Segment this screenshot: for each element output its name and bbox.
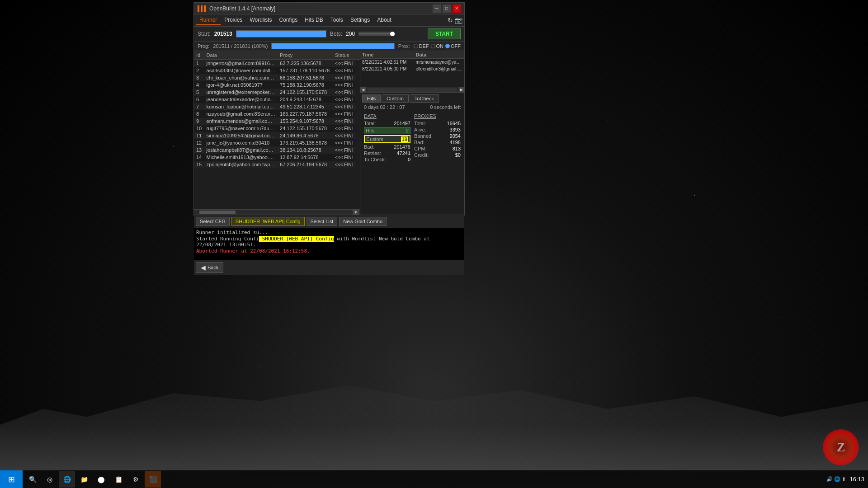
right-scroll-right[interactable]: ▶ bbox=[459, 87, 464, 93]
cell-id: 7 bbox=[194, 103, 204, 110]
action-button-row: Select CFG SHUDDER [WEB API] Config Sele… bbox=[194, 215, 464, 228]
menu-hitsdb[interactable]: Hits DB bbox=[301, 15, 327, 25]
cell-data: jane_jc@yahoo.com:d30410 bbox=[204, 139, 278, 146]
table-action-btn[interactable]: ▼ bbox=[353, 209, 359, 215]
right-scroll-left[interactable]: ◀ bbox=[360, 87, 366, 93]
logo-circle: Z bbox=[823, 429, 859, 465]
menu-settings[interactable]: Settings bbox=[347, 15, 373, 25]
log-area: Runner initialized su... Started Running… bbox=[194, 228, 464, 260]
stat-total: Total: 201497 bbox=[364, 121, 410, 126]
minimize-button[interactable]: ─ bbox=[433, 5, 441, 13]
col-id: Id bbox=[194, 51, 204, 60]
bad-value: 201476 bbox=[394, 144, 410, 150]
taskbar-search[interactable]: 🔍 bbox=[24, 471, 41, 488]
app-window: OpenBullet 1.4.4 [Anomaly] ─ □ ✕ Runner … bbox=[193, 2, 465, 216]
progress-row: Prog: 201511 / 201831 (100%) Prox: DEF O… bbox=[194, 42, 464, 51]
tab-hits[interactable]: Hits bbox=[362, 94, 381, 103]
taskbar-folder[interactable]: 📁 bbox=[76, 471, 92, 488]
proxy-def-radio[interactable] bbox=[414, 44, 418, 48]
bots-slider[interactable] bbox=[359, 32, 395, 36]
cell-proxy: 62.7.225.136:5678 bbox=[278, 60, 333, 67]
proxy-radio-group: DEF ON OFF bbox=[414, 43, 461, 49]
taskbar-app1[interactable]: 📋 bbox=[110, 471, 127, 488]
menu-tools[interactable]: Tools bbox=[327, 15, 347, 25]
table-row: 2 asd3sd33fsf@naver.com:dsflspfh5664 157… bbox=[194, 67, 360, 74]
right-h-scroll[interactable] bbox=[368, 88, 457, 92]
table-row: 4 igor-4@ukr.net:05061977 75.188.32.190:… bbox=[194, 81, 360, 89]
cell-data: unregistered@extremepokertour.netm bbox=[204, 89, 278, 96]
back-arrow-icon: ◀ bbox=[201, 264, 206, 271]
taskbar-cortana[interactable]: ◎ bbox=[42, 471, 58, 488]
close-button[interactable]: ✕ bbox=[453, 5, 461, 13]
start-menu-button[interactable]: ⊞ bbox=[0, 470, 23, 488]
timer-seconds: 0 seconds left bbox=[430, 104, 461, 110]
cell-data: enfmara.mendes@gmail.com:120158 bbox=[204, 117, 278, 125]
new-gold-combo-button[interactable]: New Gold Combo bbox=[339, 217, 387, 226]
h-scroll-thumb[interactable] bbox=[199, 211, 236, 214]
right-log: Time Data 8/22/2021 4:02:51 PM mrsmonapa… bbox=[360, 51, 464, 87]
cell-data: komsan_lopburi@hotmail.com:080977 bbox=[204, 103, 278, 110]
tab-custom[interactable]: Custom bbox=[382, 94, 409, 103]
retries-label: Retries: bbox=[364, 150, 381, 156]
menu-runner[interactable]: Runner bbox=[196, 15, 221, 25]
log-data-header: Data bbox=[414, 51, 464, 59]
taskbar-app2[interactable]: ⚙ bbox=[127, 471, 144, 488]
main-content: Id Data Proxy Status 1 jnhgertos@gmail.c… bbox=[194, 51, 464, 215]
menu-about[interactable]: About bbox=[373, 15, 395, 25]
cell-data: sirinapa10092542@gmail.com:1009195 bbox=[204, 132, 278, 139]
proxy-on-radio[interactable] bbox=[431, 44, 435, 48]
taskbar-openbullet[interactable]: ⬛ bbox=[145, 471, 161, 488]
log-line: Aborted Runner at 22/08/2021 16:12:58. bbox=[196, 248, 462, 254]
table-row: 14 Michelle.smith1913@yahoo.com:austin 1… bbox=[194, 154, 360, 161]
cell-data: igor-4@ukr.net:05061977 bbox=[204, 81, 278, 89]
timer-value: 0 days 02 : 22 : 07 bbox=[364, 104, 405, 110]
refresh-icon[interactable]: ↻ bbox=[448, 17, 453, 24]
data-table: Id Data Proxy Status 1 jnhgertos@gmail.c… bbox=[194, 51, 360, 168]
tocheck-value: 0 bbox=[408, 157, 410, 162]
proxy-banned-value: 9054 bbox=[450, 133, 461, 139]
menu-wordlists[interactable]: Wordlists bbox=[246, 15, 275, 25]
select-list-button[interactable]: Select List bbox=[307, 217, 338, 226]
bottom-scrollbar: ▼ bbox=[194, 209, 360, 215]
cell-data: Michelle.smith1913@yahoo.com:austin bbox=[204, 154, 278, 161]
cell-proxy: 38.134.10.8:25678 bbox=[278, 146, 333, 154]
custom-value: 19 bbox=[401, 136, 408, 142]
maximize-button[interactable]: □ bbox=[443, 5, 451, 13]
proxy-off-option[interactable]: OFF bbox=[445, 43, 461, 49]
progress-slider[interactable] bbox=[236, 30, 326, 38]
menu-proxies[interactable]: Proxies bbox=[221, 15, 246, 25]
camera-icon[interactable]: 📷 bbox=[455, 17, 462, 24]
menu-configs[interactable]: Configs bbox=[276, 15, 302, 25]
col-proxy: Proxy bbox=[278, 51, 333, 60]
right-scroll-row: ◀ ▶ bbox=[360, 87, 464, 93]
proxy-alive: Alive: 3393 bbox=[414, 127, 461, 132]
taskbar-notification-area: 🔊 🌐 ⬆ bbox=[826, 476, 846, 482]
hits-value: 2 bbox=[406, 128, 409, 133]
back-button[interactable]: ◀ Back bbox=[196, 262, 223, 273]
cell-id: 5 bbox=[194, 89, 204, 96]
taskbar-chrome[interactable]: ⬤ bbox=[93, 471, 109, 488]
select-cfg-button[interactable]: Select CFG bbox=[196, 217, 230, 226]
proxy-off-radio[interactable] bbox=[445, 44, 450, 48]
total-value: 201497 bbox=[394, 121, 410, 126]
cell-status: <<< FINI bbox=[333, 132, 355, 139]
cell-id: 4 bbox=[194, 81, 204, 89]
proxy-stats-col: PROXIES Total: 16645 Alive: 3393 Banned: bbox=[414, 113, 461, 213]
proxy-on-option[interactable]: ON bbox=[431, 43, 444, 49]
taskbar-ie[interactable]: 🌐 bbox=[59, 471, 75, 488]
table-row: 6 jeandenantralexandre@outlook.fr:89Ap 2… bbox=[194, 96, 360, 103]
cell-data: asd3sd33fsf@naver.com:dsflspfh5664 bbox=[204, 67, 278, 74]
table-row: 8 nzayoub@gmail.com:8Serano13 165.227.79… bbox=[194, 110, 360, 117]
prog-label: Prog: bbox=[198, 43, 209, 49]
tab-tocheck[interactable]: ToCheck bbox=[410, 94, 439, 103]
cell-data: chi_kuan_chun@yahoo.com.twee2540 bbox=[204, 74, 278, 81]
proxy-total-value: 16645 bbox=[447, 121, 461, 126]
back-row: ◀ Back bbox=[194, 260, 464, 275]
cell-data: nzayoub@gmail.com:8Serano13 bbox=[204, 110, 278, 117]
bots-value: 200 bbox=[346, 31, 355, 37]
proxy-alive-label: Alive: bbox=[414, 127, 426, 132]
start-button[interactable]: START bbox=[428, 28, 461, 39]
start-label: Start: bbox=[198, 31, 211, 37]
proxy-def-option[interactable]: DEF bbox=[414, 43, 429, 49]
shudder-config-button[interactable]: SHUDDER [WEB API] Config bbox=[231, 217, 305, 226]
